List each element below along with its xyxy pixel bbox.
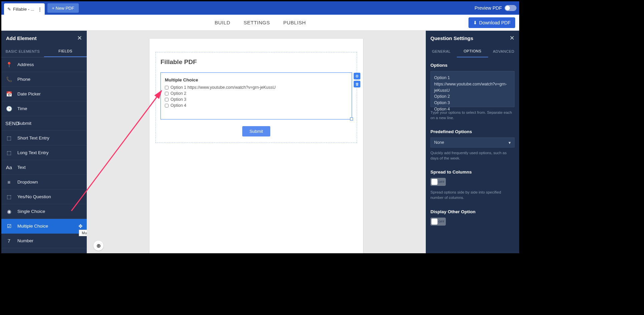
field-item-date-picker[interactable]: 📅Date Picker <box>1 87 87 101</box>
nav-settings[interactable]: SETTINGS <box>244 20 270 25</box>
nav-publish[interactable]: PUBLISH <box>283 20 306 25</box>
mc-option[interactable]: Option 2 <box>165 91 348 96</box>
field-item-long-text-entry[interactable]: ⬚Long Text Entry <box>1 145 87 160</box>
tab-menu-icon[interactable]: ⋮ <box>38 7 41 12</box>
pdf-document: Fillable PDF Multiple Choice Option 1 ht… <box>149 39 363 253</box>
checkbox[interactable] <box>165 92 169 95</box>
submit-icon: SEND <box>5 120 13 126</box>
yes-no-question-icon: ⬚ <box>5 194 13 200</box>
field-label: Number <box>17 238 33 243</box>
field-label: Address <box>17 62 34 67</box>
tab-fields[interactable]: FIELDS <box>44 45 87 57</box>
toggle-icon[interactable] <box>505 5 517 11</box>
dropdown-icon: ≡ <box>5 179 13 185</box>
option-label: Option 4 <box>171 103 186 108</box>
predefined-label: Predefined Options <box>430 129 515 134</box>
checkbox[interactable] <box>165 98 169 101</box>
option-label: Option 2 <box>171 91 186 96</box>
close-icon[interactable]: ✕ <box>510 34 515 42</box>
field-label: Time <box>17 106 27 111</box>
short-text-entry-icon: ⬚ <box>5 135 13 141</box>
field-label: Multiple Choice <box>17 224 48 229</box>
navbar: BUILD SETTINGS PUBLISH ⬇ Download PDF <box>1 15 519 31</box>
close-icon[interactable]: ✕ <box>77 34 82 42</box>
left-panel-title: Add Element <box>6 35 37 41</box>
right-panel-title: Question Settings <box>430 35 473 41</box>
field-label: Dropdown <box>17 180 38 185</box>
options-textarea[interactable]: Option 1 https://www.youtube.com/watch?v… <box>430 71 515 107</box>
checkbox[interactable] <box>165 86 169 89</box>
option-label: Option 1 https://www.youtube.com/watch?v… <box>171 85 276 90</box>
download-icon: ⬇ <box>473 20 477 25</box>
field-item-address[interactable]: 📍Address <box>1 57 87 72</box>
predefined-hint: Quickly add frequently used options, suc… <box>430 150 515 161</box>
tab-general[interactable]: GENERAL <box>426 45 457 57</box>
topbar: ✎ Fillable - ... ⋮ + New PDF Preview PDF <box>1 1 519 15</box>
date-picker-icon: 📅 <box>5 91 13 97</box>
field-label: Submit <box>17 121 31 126</box>
mc-option[interactable]: Option 4 <box>165 103 348 108</box>
field-item-text[interactable]: AaText <box>1 160 87 175</box>
long-text-entry-icon: ⬚ <box>5 150 13 156</box>
spread-hint: Spread options side by side into specifi… <box>430 190 515 200</box>
mc-option[interactable]: Option 3 <box>165 97 348 102</box>
field-item-number[interactable]: 7Number <box>1 234 87 248</box>
multiple-choice-block[interactable]: Multiple Choice Option 1 https://www.you… <box>160 72 352 119</box>
other-label: Display Other Option <box>430 209 515 214</box>
document-title[interactable]: Fillable PDF <box>160 58 352 66</box>
field-item-dropdown[interactable]: ≡Dropdown <box>1 175 87 190</box>
tab-label: Fillable - ... <box>13 7 34 12</box>
edit-icon: ✎ <box>7 7 11 12</box>
options-hint: Type your options to select from. Separa… <box>430 110 515 120</box>
field-label: Yes/No Question <box>17 194 51 199</box>
checkbox[interactable] <box>165 104 169 107</box>
mc-question-title[interactable]: Multiple Choice <box>165 77 348 82</box>
field-item-phone[interactable]: 📞Phone <box>1 72 87 87</box>
option-label: Option 3 <box>171 97 186 102</box>
canvas-area[interactable]: Fillable PDF Multiple Choice Option 1 ht… <box>87 31 426 253</box>
spread-label: Spread to Columns <box>430 170 515 175</box>
time-icon: 🕒 <box>5 106 13 112</box>
drag-handle-icon[interactable]: ✥ <box>78 223 83 229</box>
preview-pdf-toggle[interactable]: Preview PDF <box>474 5 517 11</box>
submit-button[interactable]: Submit <box>242 126 270 136</box>
single-choice-icon: ◉ <box>5 209 13 215</box>
tab-basic-elements[interactable]: BASIC ELEMENTS <box>1 45 44 57</box>
field-item-short-text-entry[interactable]: ⬚Short Text Entry <box>1 131 87 145</box>
phone-icon: 📞 <box>5 76 13 82</box>
zoom-in-button[interactable]: ⊕ <box>93 241 103 251</box>
text-icon: Aa <box>5 165 13 170</box>
number-icon: 7 <box>5 238 13 244</box>
tab-advanced[interactable]: ADVANCED <box>488 45 519 57</box>
right-panel: Question Settings ✕ GENERAL OPTIONS ADVA… <box>426 31 519 253</box>
field-item-time[interactable]: 🕒Time <box>1 101 87 116</box>
field-item-multiple-choice[interactable]: ☑Multiple Choice✥Multiple Choice <box>1 219 87 234</box>
new-pdf-button[interactable]: + New PDF <box>47 3 79 13</box>
field-label: Text <box>17 165 26 170</box>
other-toggle[interactable]: OFF <box>430 218 446 226</box>
download-pdf-button[interactable]: ⬇ Download PDF <box>468 17 515 28</box>
mc-option[interactable]: Option 1 https://www.youtube.com/watch?v… <box>165 85 348 90</box>
tab-options[interactable]: OPTIONS <box>457 45 488 57</box>
field-label: Short Text Entry <box>17 135 49 140</box>
address-icon: 📍 <box>5 62 13 68</box>
field-label: Long Text Entry <box>17 150 49 155</box>
tab-fillable[interactable]: ✎ Fillable - ... ⋮ <box>4 3 45 15</box>
field-label: Phone <box>17 77 30 82</box>
settings-action-icon[interactable]: ⚙ <box>354 73 360 79</box>
predefined-select[interactable]: None ▾ <box>430 137 515 147</box>
field-label: Date Picker <box>17 91 41 96</box>
left-panel: Add Element ✕ BASIC ELEMENTS FIELDS 📍Add… <box>1 31 87 253</box>
spread-toggle[interactable]: OFF <box>430 178 446 186</box>
field-label: Single Choice <box>17 209 45 214</box>
field-item-submit[interactable]: SENDSubmit <box>1 116 87 131</box>
nav-build[interactable]: BUILD <box>215 20 230 25</box>
field-item-yes-no-question[interactable]: ⬚Yes/No Question <box>1 190 87 204</box>
chevron-down-icon: ▾ <box>509 140 511 145</box>
delete-action-icon[interactable]: 🗑 <box>354 81 360 87</box>
field-item-single-choice[interactable]: ◉Single Choice <box>1 204 87 219</box>
options-label: Options <box>430 63 515 68</box>
tooltip: Multiple Choice <box>79 230 87 236</box>
multiple-choice-icon: ☑ <box>5 223 13 229</box>
